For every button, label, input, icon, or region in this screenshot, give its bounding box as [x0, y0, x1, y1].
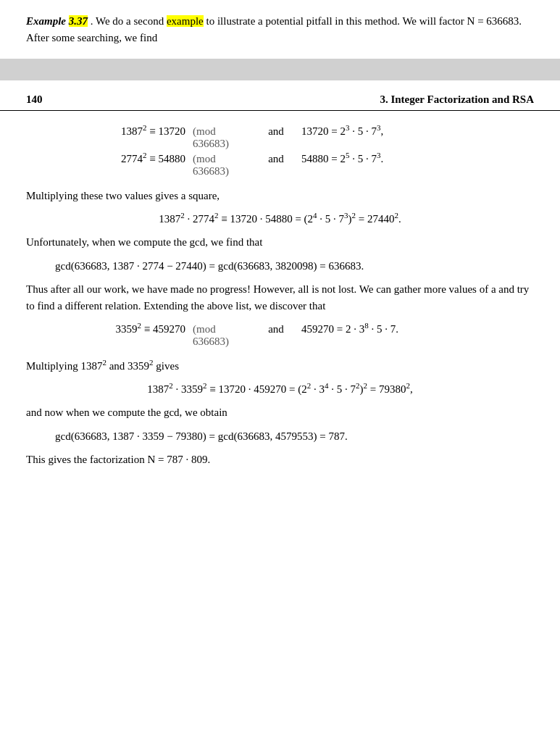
- ce2-sup7: 2: [406, 381, 410, 390]
- example-number: 3.37: [69, 15, 88, 27]
- para-1: Multiplying these two values gives a squ…: [26, 188, 534, 204]
- page-header: 140 3. Integer Factorization and RSA: [0, 80, 560, 111]
- para-2: Unfortunately, when we compute the gcd, …: [26, 234, 534, 251]
- eq-row1-left: 13872 ≡ 13720: [26, 125, 185, 138]
- eq-row1-rexp1: 3: [346, 123, 350, 132]
- chapter-title: 3. Integer Factorization and RSA: [380, 93, 534, 106]
- ce1-sup5: 2: [352, 211, 356, 220]
- eq-row2-and: and: [251, 153, 301, 165]
- ce2-sup2: 2: [203, 381, 207, 390]
- eq-row1-sup1: 2: [143, 123, 147, 132]
- para-4: Multiplying 13872 and 33592 gives: [26, 358, 534, 375]
- eq-row3-left: 33592 ≡ 459270: [26, 323, 185, 335]
- para-5: and now when we compute the gcd, we obta…: [26, 404, 534, 421]
- ce2-sup3: 2: [307, 381, 312, 390]
- eq-row2-sup1: 2: [143, 151, 147, 159]
- eq-row3-rexp: 8: [364, 321, 369, 330]
- indented-eq-1: gcd(636683, 1387 · 2774 − 27440) = gcd(6…: [55, 260, 534, 272]
- ce2-sup5: 2: [356, 381, 360, 390]
- eq-row2-left: 27742 ≡ 54880: [26, 153, 185, 165]
- eq-row2-mod: (mod 636683): [185, 153, 251, 178]
- ce2-sup1: 2: [169, 381, 173, 390]
- eq-row-1: 13872 ≡ 13720 (mod 636683) and 13720 = 2…: [26, 125, 534, 150]
- ce1-sup3: 4: [313, 211, 317, 220]
- eq-row2-right: 54880 = 25 · 5 · 73.: [301, 153, 534, 165]
- eq-row1-mod: (mod 636683): [185, 125, 251, 150]
- ce1-sup6: 2: [395, 211, 399, 220]
- example-label: Example: [26, 15, 66, 27]
- ce1-sup2: 2: [214, 211, 219, 220]
- eq-row3-right: 459270 = 2 · 38 · 5 · 7.: [301, 323, 534, 335]
- eq-row1-right: 13720 = 23 · 5 · 73,: [301, 125, 534, 138]
- example-intro: Example 3.37 . We do a second example to…: [26, 13, 534, 46]
- page-divider: [0, 59, 560, 80]
- equations-block-1: 13872 ≡ 13720 (mod 636683) and 13720 = 2…: [26, 125, 534, 178]
- ce1-sup1: 2: [180, 211, 185, 220]
- equations-block-2: 33592 ≡ 459270 (mod 636683) and 459270 =…: [26, 323, 534, 348]
- ce1-sup4: 3: [344, 211, 348, 220]
- para4-sup1: 2: [102, 358, 106, 367]
- example-word: example: [167, 15, 204, 27]
- eq-row1-rexp2: 3: [377, 123, 381, 132]
- ce2-sup6: 2: [363, 381, 367, 390]
- top-section: Example 3.37 . We do a second example to…: [0, 0, 560, 53]
- eq-row-2: 27742 ≡ 54880 (mod 636683) and 54880 = 2…: [26, 153, 534, 178]
- eq-row-3: 33592 ≡ 459270 (mod 636683) and 459270 =…: [26, 323, 534, 348]
- intro-text: . We do a second: [91, 15, 167, 27]
- main-content: 13872 ≡ 13720 (mod 636683) and 13720 = 2…: [0, 111, 560, 490]
- indented-eq-2: gcd(636683, 1387 · 3359 − 79380) = gcd(6…: [55, 430, 534, 443]
- eq-row1-and: and: [251, 125, 301, 138]
- eq-row2-rexp1: 5: [346, 151, 350, 159]
- eq-row2-rexp2: 3: [377, 151, 381, 159]
- eq-row3-and: and: [251, 323, 301, 335]
- para4-sup2: 2: [149, 358, 154, 367]
- eq-row3-mod: (mod 636683): [185, 323, 251, 348]
- centered-eq-2: 13872 · 33592 ≡ 13720 · 459270 = (22 · 3…: [26, 383, 534, 396]
- para-6: This gives the factorization N = 787 · 8…: [26, 451, 534, 468]
- ce2-sup4: 4: [325, 381, 329, 390]
- para-3: Thus after all our work, we have made no…: [26, 281, 534, 315]
- page-number: 140: [26, 93, 43, 106]
- eq-row3-sup: 2: [138, 321, 142, 330]
- centered-eq-1: 13872 · 27742 ≡ 13720 · 54880 = (24 · 5 …: [26, 213, 534, 225]
